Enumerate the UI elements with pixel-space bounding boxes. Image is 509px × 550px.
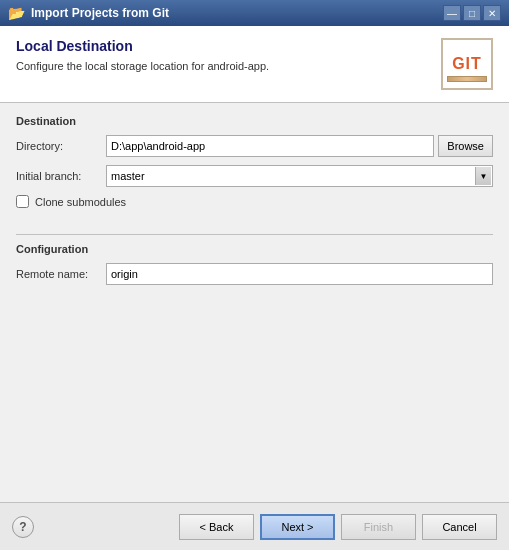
destination-section-title: Destination [16, 115, 493, 127]
title-bar-icon: 📂 [8, 5, 25, 21]
directory-input[interactable] [106, 135, 434, 157]
dialog-content: Destination Directory: Browse Initial br… [0, 103, 509, 502]
title-bar-title: Import Projects from Git [31, 6, 169, 20]
page-title: Local Destination [16, 38, 441, 54]
header-text: Local Destination Configure the local st… [16, 38, 441, 72]
footer-buttons: < Back Next > Finish Cancel [179, 514, 497, 540]
help-button[interactable]: ? [12, 516, 34, 538]
clone-submodules-checkbox[interactable] [16, 195, 29, 208]
next-button[interactable]: Next > [260, 514, 335, 540]
destination-section: Destination Directory: Browse Initial br… [16, 115, 493, 218]
branch-label: Initial branch: [16, 170, 106, 182]
branch-select[interactable]: master [106, 165, 493, 187]
remote-name-input[interactable] [106, 263, 493, 285]
clone-submodules-label: Clone submodules [35, 196, 126, 208]
git-logo-bar [447, 76, 487, 82]
finish-button[interactable]: Finish [341, 514, 416, 540]
dialog-header: Local Destination Configure the local st… [0, 26, 509, 103]
branch-select-wrapper: master ▼ [106, 165, 493, 187]
dialog-body: Local Destination Configure the local st… [0, 26, 509, 550]
title-bar: 📂 Import Projects from Git — □ ✕ [0, 0, 509, 26]
title-bar-controls: — □ ✕ [443, 5, 501, 21]
close-button[interactable]: ✕ [483, 5, 501, 21]
clone-submodules-group: Clone submodules [16, 195, 493, 208]
section-divider [16, 234, 493, 235]
dialog-footer: ? < Back Next > Finish Cancel [0, 502, 509, 550]
page-subtitle: Configure the local storage location for… [16, 60, 441, 72]
maximize-button[interactable]: □ [463, 5, 481, 21]
configuration-section-title: Configuration [16, 243, 493, 255]
remote-name-group: Remote name: [16, 263, 493, 285]
minimize-button[interactable]: — [443, 5, 461, 21]
browse-button[interactable]: Browse [438, 135, 493, 157]
directory-group: Directory: Browse [16, 135, 493, 157]
git-logo: GIT [441, 38, 493, 90]
branch-group: Initial branch: master ▼ [16, 165, 493, 187]
back-button[interactable]: < Back [179, 514, 254, 540]
configuration-section: Configuration Remote name: [16, 243, 493, 293]
remote-name-label: Remote name: [16, 268, 106, 280]
git-logo-text: GIT [452, 55, 482, 73]
directory-label: Directory: [16, 140, 106, 152]
cancel-button[interactable]: Cancel [422, 514, 497, 540]
